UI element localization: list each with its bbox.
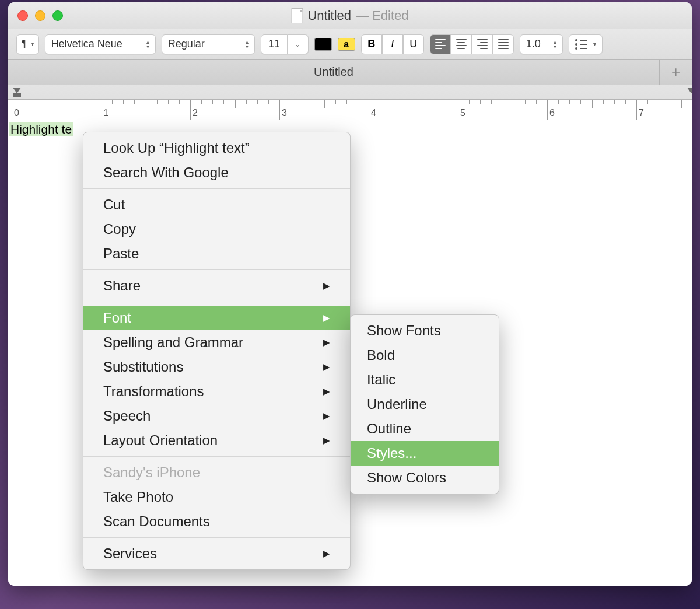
menu-cut[interactable]: Cut [83,192,350,217]
line-spacing-value: 1.0 [526,38,541,50]
context-menu: Look Up “Highlight text” Search With Goo… [83,132,351,570]
underline-label: U [410,38,417,50]
menu-label: Share [103,278,141,294]
font-style-select[interactable]: Regular ▴▾ [162,34,255,54]
submenu-arrow-icon: ▶ [323,435,330,446]
font-size-input[interactable]: 11 [261,34,288,54]
paragraph-style-select[interactable]: ¶ ▾ [16,34,39,54]
menu-label: Scan Documents [103,513,210,530]
text-color-swatch[interactable] [314,38,332,51]
align-left-button[interactable] [430,34,451,54]
edited-status: — Edited [356,8,409,23]
menu-label: Font [103,310,131,326]
italic-button[interactable]: I [382,34,403,54]
align-center-icon [456,39,467,49]
ruler-area: 01234567 [8,85,692,120]
submenu-bold[interactable]: Bold [351,343,499,368]
align-right-button[interactable] [472,34,493,54]
up-down-chevrons-icon: ▴▾ [554,40,556,49]
tab-untitled[interactable]: Untitled [8,60,659,85]
menu-share[interactable]: Share▶ [83,274,350,298]
ruler-number: 4 [371,108,376,118]
window-title: Untitled — Edited [291,8,408,23]
zoom-window-button[interactable] [52,10,63,21]
menu-speech[interactable]: Speech▶ [83,404,350,428]
menu-label: Outline [367,421,411,436]
submenu-arrow-icon: ▶ [323,362,330,372]
line-spacing-select[interactable]: 1.0 ▴▾ [520,34,563,54]
align-justify-icon [498,39,509,49]
chevron-down-icon: ▾ [593,41,596,47]
menu-label: Bold [367,347,395,363]
chevron-down-icon: ▾ [31,41,34,47]
highlight-color-swatch[interactable]: a [338,38,355,51]
menu-layout-orientation[interactable]: Layout Orientation▶ [83,428,350,453]
svg-marker-0 [13,88,21,93]
list-style-select[interactable]: ▾ [569,34,603,54]
align-left-icon [435,39,446,49]
submenu-arrow-icon: ▶ [323,548,330,559]
submenu-show-colors[interactable]: Show Colors [351,466,499,490]
minimize-window-button[interactable] [35,10,46,21]
up-down-chevrons-icon: ▴▾ [146,40,149,49]
menu-take-photo[interactable]: Take Photo [83,485,350,509]
submenu-styles[interactable]: Styles... [351,441,499,466]
document-icon [291,8,303,23]
align-justify-button[interactable] [493,34,514,54]
align-center-button[interactable] [451,34,472,54]
svg-rect-1 [13,93,21,97]
menu-label: Underline [367,396,427,412]
menu-spelling-grammar[interactable]: Spelling and Grammar▶ [83,330,350,355]
submenu-arrow-icon: ▶ [323,337,330,348]
ruler-number: 2 [192,108,198,118]
menu-label: Copy [103,221,136,237]
submenu-arrow-icon: ▶ [323,281,330,291]
menu-separator [83,302,350,302]
underline-button[interactable]: U [403,34,424,54]
submenu-underline[interactable]: Underline [351,392,499,416]
submenu-outline[interactable]: Outline [351,416,499,441]
alignment-group [430,34,514,54]
bold-button[interactable]: B [361,34,382,54]
menu-separator [83,188,350,189]
menu-sandys-iphone: Sandy's iPhone [83,460,350,485]
submenu-italic[interactable]: Italic [351,368,499,392]
menu-separator [83,270,350,270]
pilcrow-icon: ¶ [22,38,27,50]
menu-lookup[interactable]: Look Up “Highlight text” [83,136,350,160]
menu-services[interactable]: Services▶ [83,541,350,566]
document-name: Untitled [307,8,351,23]
menu-label: Spelling and Grammar [103,334,243,351]
font-family-select[interactable]: Helvetica Neue ▴▾ [45,34,156,54]
ruler-number: 3 [282,108,287,118]
close-window-button[interactable] [18,10,28,21]
menu-label: Substitutions [103,359,183,375]
ruler-number: 6 [550,108,555,118]
menu-scan-documents[interactable]: Scan Documents [83,509,350,534]
ruler-number: 1 [103,108,108,118]
menu-font[interactable]: Font▶ [83,306,350,330]
menu-label: Sandy's iPhone [103,464,200,481]
submenu-arrow-icon: ▶ [323,313,330,323]
highlight-sample-letter: a [344,39,349,50]
submenu-arrow-icon: ▶ [323,386,330,397]
menu-label: Show Fonts [367,323,441,338]
selected-text[interactable]: Highlight te [9,123,73,136]
bold-italic-underline-group: B I U [361,34,424,54]
font-size-stepper[interactable]: ⌄ [288,34,309,54]
menu-label: Paste [103,246,139,262]
menu-copy[interactable]: Copy [83,217,350,242]
ruler[interactable]: 01234567 [8,99,692,120]
tab-bar: Untitled + [8,60,692,85]
align-right-icon [477,39,488,49]
up-down-chevrons-icon: ▴▾ [246,40,249,49]
menu-search-google[interactable]: Search With Google [83,160,350,185]
submenu-show-fonts[interactable]: Show Fonts [351,318,499,343]
list-icon [575,39,587,50]
menu-label: Show Colors [367,470,446,485]
tab-label: Untitled [314,65,354,79]
menu-substitutions[interactable]: Substitutions▶ [83,355,350,379]
menu-transformations[interactable]: Transformations▶ [83,379,350,404]
menu-paste[interactable]: Paste [83,242,350,266]
new-tab-button[interactable]: + [659,60,692,85]
